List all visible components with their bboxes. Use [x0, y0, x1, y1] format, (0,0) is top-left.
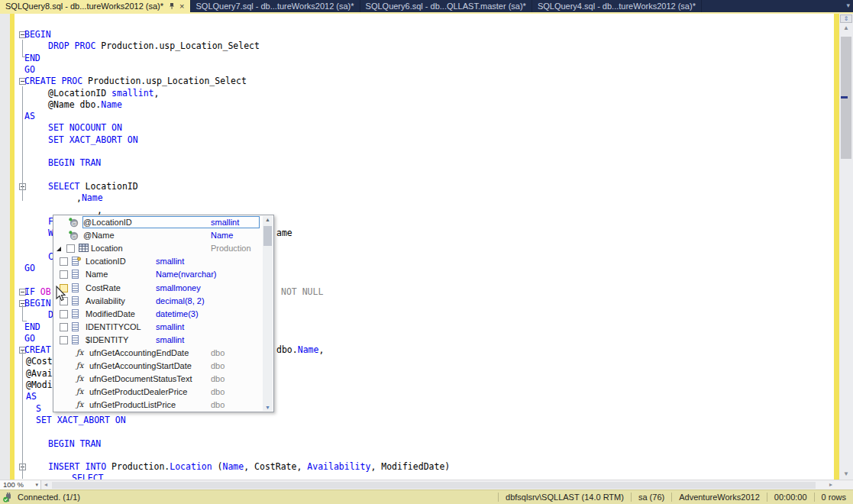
expander-triangle-icon[interactable]	[57, 247, 61, 251]
completion-item[interactable]: CostRatesmallmoney	[53, 282, 263, 295]
completion-label: IDENTITYCOL	[86, 322, 141, 331]
document-tab[interactable]: SQLQuery4.sql - db...tureWorks2012 (sa)*	[532, 0, 702, 12]
code-text: IF OB	[24, 286, 51, 298]
split-editor-handle[interactable]: ⇕	[840, 15, 852, 23]
status-database: AdventureWorks2012	[671, 493, 767, 502]
popup-scroll-down-icon[interactable]: ▼	[263, 405, 273, 410]
completion-checkbox[interactable]	[60, 270, 68, 279]
completion-label: LocationID	[86, 257, 126, 266]
code-line[interactable]: END	[0, 53, 834, 64]
code-text: @Avai	[26, 368, 53, 380]
completion-item[interactable]: LocationProduction	[53, 242, 263, 255]
scroll-up-icon[interactable]: ▲	[839, 24, 853, 31]
mouse-cursor	[55, 286, 67, 302]
outline-guide	[22, 40, 27, 57]
completion-item[interactable]: IDENTITYCOLsmallint	[53, 321, 263, 334]
outline-guide	[22, 305, 27, 321]
code-text: @Modi	[26, 380, 53, 391]
code-line[interactable]: SET XACT_ABORT ON	[0, 134, 834, 146]
column-icon	[72, 283, 79, 294]
popup-scroll-thumb[interactable]	[263, 226, 272, 246]
document-tab[interactable]: SQLQuery7.sql - db...tureWorks2012 (sa)*	[191, 0, 360, 12]
completion-item[interactable]: ModifiedDatedatetime(3)	[53, 308, 263, 321]
code-text: ,Name	[76, 192, 103, 204]
code-line[interactable]: ,Name	[0, 192, 834, 204]
vertical-scrollbar[interactable]: ⇕ ▲ ▼	[839, 14, 853, 480]
document-tab[interactable]: SQLQuery6.sql - db...QLLAST.master (sa)*	[360, 0, 532, 12]
completion-type: smallint	[156, 257, 184, 266]
completion-type: dbo	[211, 361, 225, 370]
completion-label: $IDENTITY	[86, 335, 128, 344]
completion-type: smallint	[156, 335, 184, 344]
code-line[interactable]: BEGIN TRAN	[0, 438, 834, 450]
completion-item[interactable]: ƒxufnGetAccountingEndDatedbo	[53, 347, 263, 360]
completion-item[interactable]: ƒxufnGetDocumentStatusTextdbo	[53, 373, 263, 386]
code-line[interactable]: SET XACT_ABORT ON	[0, 415, 834, 426]
code-line[interactable]: @LocationID smallint,	[0, 88, 834, 99]
column-icon	[72, 296, 79, 307]
function-icon: ƒx	[76, 400, 83, 409]
code-text: DROP PROC Production.usp_Location_Select	[48, 40, 260, 52]
code-line[interactable]: GO	[0, 64, 834, 76]
code-line[interactable]: SELECT LocationID	[0, 181, 834, 192]
code-line[interactable]: @Name dbo.Name	[0, 99, 834, 111]
code-line[interactable]: SELECT	[0, 473, 834, 480]
completion-item[interactable]: ƒxufnGetAccountingStartDatedbo	[53, 360, 263, 373]
popup-scroll-up-icon[interactable]: ▲	[263, 217, 273, 222]
completion-checkbox[interactable]	[66, 244, 75, 253]
caret-position-marker	[841, 96, 848, 99]
horizontal-scrollbar-row: 100 % ▾ ◂ ▸	[0, 480, 853, 489]
function-icon: ƒx	[76, 361, 83, 370]
completion-type: smallmoney	[156, 283, 201, 292]
code-line[interactable]	[0, 146, 834, 157]
code-line[interactable]: BEGIN TRAN	[0, 157, 834, 169]
code-line[interactable]: BEGIN	[0, 29, 834, 40]
zoom-combobox[interactable]: 100 % ▾	[0, 480, 41, 489]
completion-checkbox[interactable]	[60, 336, 68, 344]
intellisense-popup: @@LocationIDsmallint@@NameNameLocationPr…	[53, 215, 274, 412]
code-text: S	[36, 403, 41, 415]
completion-item[interactable]: Availabilitydecimal(8, 2)	[53, 295, 263, 308]
scroll-down-icon[interactable]: ▼	[839, 470, 853, 477]
code-line[interactable]	[0, 450, 834, 461]
popup-scrollbar[interactable]: ▲ ▼	[263, 216, 273, 411]
code-editor[interactable]: BEGINDROP PROC Production.usp_Location_S…	[0, 14, 853, 480]
completion-checkbox[interactable]	[60, 257, 68, 266]
code-line[interactable]: INSERT INTO Production.Location (Name, C…	[0, 461, 834, 473]
completion-item[interactable]: NameName(nvarchar)	[53, 268, 263, 281]
completion-item[interactable]: @@NameName	[53, 229, 263, 242]
completion-item[interactable]: ƒxufnGetProductDealerPricedbo	[53, 386, 263, 399]
tab-list-chevron-icon[interactable]: ▾	[845, 0, 853, 12]
function-icon: ƒx	[76, 348, 83, 357]
pin-icon[interactable]	[168, 2, 176, 10]
code-line[interactable]: SET NOCOUNT ON	[0, 122, 834, 134]
close-icon[interactable]: ×	[179, 2, 184, 10]
completion-item[interactable]: @@LocationIDsmallint	[53, 216, 263, 229]
ssms-window: { "icons": { "tab_close": "×", "tab_over…	[0, 0, 853, 504]
code-line[interactable]: AS	[0, 111, 834, 122]
completion-item[interactable]: LocationIDsmallint	[53, 255, 263, 268]
completion-item[interactable]: ƒxufnGetProductListPricedbo	[53, 399, 263, 412]
scroll-right-icon[interactable]: ▸	[829, 481, 832, 488]
status-elapsed-time: 00:00:00	[767, 493, 814, 502]
completion-checkbox[interactable]	[60, 323, 68, 331]
completion-label: ModifiedDate	[86, 309, 135, 318]
code-text: NOT NULL	[281, 286, 323, 298]
code-line[interactable]	[0, 170, 834, 181]
completion-checkbox[interactable]	[60, 310, 68, 318]
zoom-dropdown-arrow-icon[interactable]: ▾	[35, 480, 38, 489]
completion-type: datetime(3)	[156, 309, 199, 318]
completion-label: ufnGetProductDealerPrice	[89, 387, 187, 396]
completion-label: @Name	[83, 231, 115, 240]
completion-type: decimal(8, 2)	[156, 296, 205, 305]
completion-item[interactable]: $IDENTITYsmallint	[53, 334, 263, 347]
completion-label: ufnGetDocumentStatusText	[89, 374, 192, 383]
code-line[interactable]: CREATE PROC Production.usp_Location_Sele…	[0, 76, 834, 87]
horizontal-scroll-thumb[interactable]	[52, 482, 816, 489]
code-line[interactable]	[0, 426, 834, 438]
scroll-left-icon[interactable]: ◂	[44, 481, 47, 488]
code-line[interactable]: DROP PROC Production.usp_Location_Select	[0, 40, 834, 52]
status-bar: Connected. (1/1) dbfsqlsrv\SQLLAST (14.0…	[0, 489, 853, 504]
document-tab[interactable]: SQLQuery8.sql - db...tureWorks2012 (sa)*…	[0, 0, 191, 12]
code-text: @LocationID smallint,	[48, 88, 159, 99]
